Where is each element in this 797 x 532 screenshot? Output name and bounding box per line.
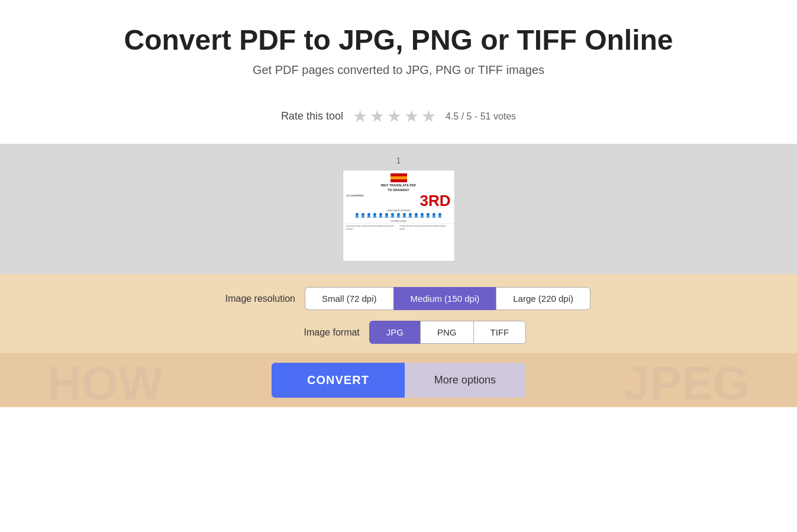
rating-label: Rate this tool <box>281 110 343 122</box>
resolution-row: Image resolution Small (72 dpi) Medium (… <box>206 287 591 310</box>
format-label: Image format <box>271 327 360 338</box>
more-options-button[interactable]: More options <box>405 363 525 398</box>
resolution-medium-button[interactable]: Medium (150 dpi) <box>393 287 496 310</box>
rating-section: Rate this tool ★ ★ ★ ★ ★ 4.5 / 5 - 51 vo… <box>0 95 797 144</box>
action-buttons: CONVERT More options <box>272 363 525 398</box>
resolution-large-button[interactable]: Large (220 dpi) <box>496 287 591 310</box>
format-tiff-button[interactable]: TIFF <box>473 321 527 344</box>
page-subtitle: Get PDF pages converted to JPG, PNG or T… <box>0 63 797 77</box>
watermark-left: HOW <box>47 360 163 407</box>
format-png-button[interactable]: PNG <box>420 321 473 344</box>
options-panel: Image resolution Small (72 dpi) Medium (… <box>0 274 797 353</box>
star-2[interactable]: ★ <box>370 107 385 126</box>
star-1[interactable]: ★ <box>353 107 367 126</box>
watermark-right: JPEG <box>624 360 750 407</box>
star-rating[interactable]: ★ ★ ★ ★ ★ <box>353 107 436 126</box>
page-number: 1 <box>396 156 401 165</box>
star-4[interactable]: ★ <box>404 107 419 126</box>
convert-button[interactable]: CONVERT <box>272 363 405 398</box>
star-5[interactable]: ★ <box>421 107 436 126</box>
format-buttons: JPG PNG TIFF <box>369 321 526 344</box>
page-title: Convert PDF to JPG, PNG or TIFF Online <box>0 24 797 56</box>
star-3[interactable]: ★ <box>387 107 402 126</box>
main-content-area: 1 WHY TRANSLATE PDFTO SPANISH? 21 COUNTR… <box>0 144 797 274</box>
resolution-label: Image resolution <box>206 294 295 304</box>
rating-score: 4.5 / 5 - 51 votes <box>446 111 516 122</box>
header-section: Convert PDF to JPG, PNG or TIFF Online G… <box>0 0 797 95</box>
action-bar: CONVERT More options HOW JPEG <box>0 353 797 407</box>
format-jpg-button[interactable]: JPG <box>369 321 420 344</box>
format-row: Image format JPG PNG TIFF <box>271 321 526 344</box>
resolution-small-button[interactable]: Small (72 dpi) <box>305 287 393 310</box>
resolution-buttons: Small (72 dpi) Medium (150 dpi) Large (2… <box>305 287 591 310</box>
pdf-preview-thumbnail: WHY TRANSLATE PDFTO SPANISH? 21 COUNTRIE… <box>343 170 455 262</box>
